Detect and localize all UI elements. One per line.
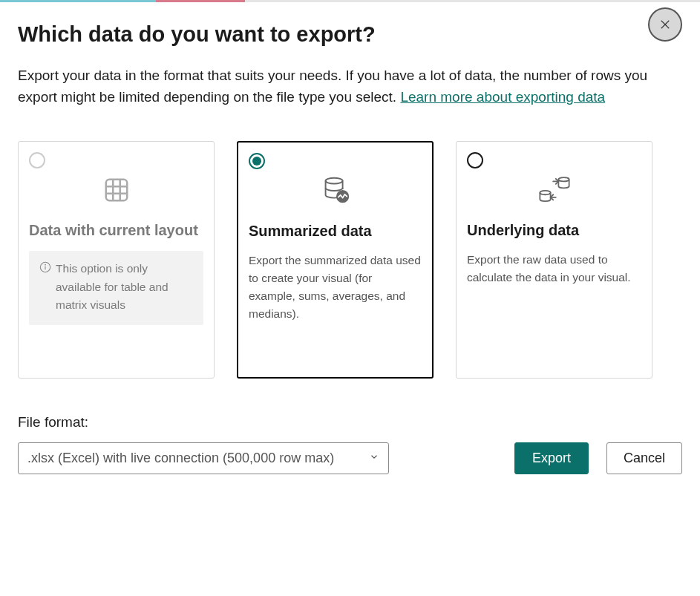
option-summarized-data[interactable]: Summarized data Export the summarized da… xyxy=(237,141,434,379)
close-icon xyxy=(658,18,672,31)
svg-point-13 xyxy=(558,177,569,181)
radio-current-layout xyxy=(29,152,45,168)
info-icon xyxy=(39,261,51,273)
chevron-down-icon xyxy=(369,451,379,466)
cancel-button[interactable]: Cancel xyxy=(606,442,682,474)
dialog-title: Which data do you want to export? xyxy=(18,22,682,47)
option-title: Underlying data xyxy=(467,222,641,239)
info-message: This option is only available for table … xyxy=(29,251,203,325)
svg-point-9 xyxy=(45,264,46,265)
option-underlying-data[interactable]: Underlying data Export the raw data used… xyxy=(456,141,652,379)
option-description: Export the summarized data used to creat… xyxy=(249,252,422,323)
option-title: Summarized data xyxy=(249,223,422,240)
svg-point-12 xyxy=(540,191,550,194)
radio-underlying[interactable] xyxy=(467,152,483,168)
database-summary-icon xyxy=(318,174,353,208)
file-format-selected-value: .xlsx (Excel) with live connection (500,… xyxy=(27,451,334,466)
dialog-footer: Export Cancel xyxy=(514,442,682,474)
radio-summarized[interactable] xyxy=(249,153,265,169)
info-text: This option is only available for table … xyxy=(56,260,193,315)
table-icon xyxy=(102,176,131,204)
svg-point-10 xyxy=(325,178,342,184)
learn-more-link[interactable]: Learn more about exporting data xyxy=(400,89,605,105)
svg-rect-2 xyxy=(105,180,127,201)
export-options-row: Data with current layout This option is … xyxy=(18,141,682,379)
option-description: Export the raw data used to calculate th… xyxy=(467,251,641,286)
export-data-dialog: Which data do you want to export? Export… xyxy=(0,0,700,492)
database-transfer-icon xyxy=(536,173,573,207)
file-format-select[interactable]: .xlsx (Excel) with live connection (500,… xyxy=(18,442,389,474)
file-format-label: File format: xyxy=(18,414,682,430)
option-title: Data with current layout xyxy=(29,222,203,239)
export-button[interactable]: Export xyxy=(514,442,589,474)
close-button[interactable] xyxy=(648,7,682,42)
option-data-current-layout: Data with current layout This option is … xyxy=(18,141,215,379)
dialog-description: Export your data in the format that suit… xyxy=(18,65,656,108)
